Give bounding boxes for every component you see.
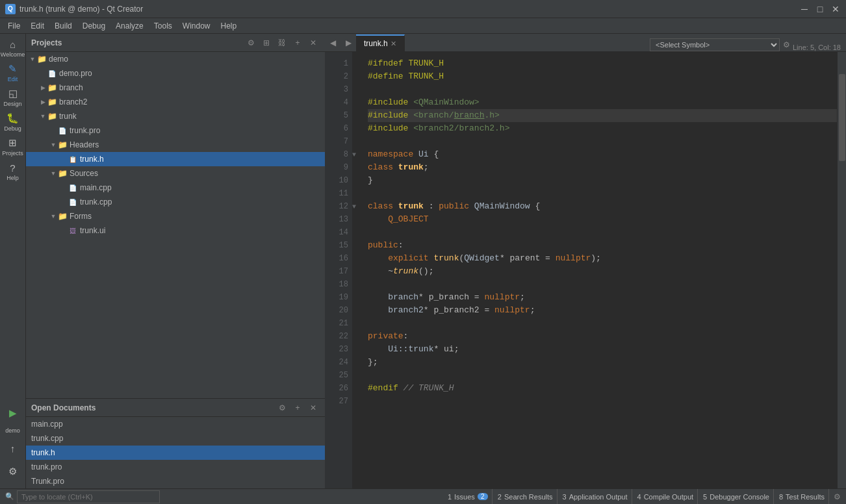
menu-tools[interactable]: Tools xyxy=(149,20,177,32)
token-9-1: class xyxy=(368,161,398,174)
projects-close-button[interactable]: ✕ xyxy=(307,36,320,49)
minimize-button[interactable]: ─ xyxy=(799,4,810,14)
tab-close-trunk-h[interactable]: ✕ xyxy=(391,40,396,48)
tree-item-sources[interactable]: ▼ 📁 Sources xyxy=(26,166,325,181)
code-line-13: Q_OBJECT xyxy=(368,213,837,226)
fold-14 xyxy=(352,226,363,239)
sidebar-design[interactable]: ◱ Design xyxy=(1,86,25,109)
token-23-2: trunk xyxy=(408,343,433,356)
sidebar-debug-label: Debug xyxy=(4,125,21,132)
tree-item-trunk-pro[interactable]: 📄 trunk.pro xyxy=(26,123,325,138)
open-doc-main-cpp[interactable]: main.cpp xyxy=(26,417,325,431)
token-12-5: QMainWindow xyxy=(474,200,530,213)
menu-analyze[interactable]: Analyze xyxy=(110,20,149,32)
ln-22: 22 xyxy=(325,330,348,343)
status-compile[interactable]: 4 Compile Output xyxy=(634,489,699,505)
menu-help[interactable]: Help xyxy=(216,20,242,32)
run-button[interactable]: ▶ xyxy=(1,401,25,425)
menu-file[interactable]: File xyxy=(3,20,25,32)
main-layout: ⌂ Welcome ✎ Edit ◱ Design 🐛 Debug ⊞ Proj… xyxy=(0,34,846,488)
tree-item-trunk-ui[interactable]: 🖼 trunk.ui xyxy=(26,223,325,238)
token-16-6: nullptr xyxy=(556,252,591,265)
editor-settings-btn[interactable]: ⚙ xyxy=(780,38,793,51)
tree-arrow-branch: ▶ xyxy=(39,84,47,92)
locator-input[interactable] xyxy=(17,490,160,503)
tree-item-headers[interactable]: ▼ 📁 Headers xyxy=(26,138,325,152)
symbol-selector[interactable]: <Select Symbol> xyxy=(650,38,780,51)
tree-item-demo-pro[interactable]: 📄 demo.pro xyxy=(26,66,325,81)
fold-8[interactable]: ▼ xyxy=(352,148,363,161)
maximize-button[interactable]: □ xyxy=(815,4,825,14)
projects-settings-button[interactable]: ⚙ xyxy=(244,36,257,49)
editor-scrollbar[interactable] xyxy=(837,52,846,488)
projects-link-button[interactable]: ⛓ xyxy=(276,36,288,49)
editor-tab-trunk-h[interactable]: trunk.h ✕ xyxy=(356,34,405,51)
fold-12[interactable]: ▼ xyxy=(352,200,363,213)
fold-22 xyxy=(352,330,363,343)
status-search-num: 2 xyxy=(498,493,502,501)
projects-filter-button[interactable]: ⊞ xyxy=(260,36,273,49)
deploy-button[interactable]: ↑ xyxy=(1,436,25,460)
projects-add-button[interactable]: + xyxy=(291,36,304,49)
token-19-1: branch xyxy=(388,291,418,304)
status-appoutput-label: Application Output xyxy=(569,493,628,501)
status-issues[interactable]: 1 Issues 2 xyxy=(444,489,493,505)
code-line-17: ~trunk(); xyxy=(368,265,837,278)
tree-item-trunk-cpp[interactable]: 📄 trunk.cpp xyxy=(26,195,325,209)
token-22-1: private xyxy=(368,330,404,343)
code-content[interactable]: #ifndef TRUNK_H #define TRUNK_H #include… xyxy=(363,52,837,488)
fold-1 xyxy=(352,57,363,70)
sidebar-welcome[interactable]: ⌂ Welcome xyxy=(1,36,25,60)
project-label: demo xyxy=(1,425,25,436)
tree-item-trunk[interactable]: ▼ 📁 trunk xyxy=(26,109,325,123)
menu-build[interactable]: Build xyxy=(49,20,77,32)
code-line-26: #endif // TRUNK_H xyxy=(368,382,837,395)
open-doc-trunk-pro[interactable]: trunk.pro xyxy=(26,460,325,474)
status-test[interactable]: 8 Test Results xyxy=(775,489,829,505)
tree-item-forms[interactable]: ▼ 📁 Forms xyxy=(26,209,325,223)
sidebar-edit[interactable]: ✎ Edit xyxy=(1,61,25,84)
menubar: File Edit Build Debug Analyze Tools Wind… xyxy=(0,18,846,34)
open-docs-add-btn[interactable]: + xyxy=(291,401,304,414)
editor-back-btn[interactable]: ◀ xyxy=(326,34,339,51)
ln-16: 16 xyxy=(325,252,348,265)
status-debugger-label: Debugger Console xyxy=(710,493,769,501)
tree-item-branch[interactable]: ▶ 📁 branch xyxy=(26,81,325,95)
scrollbar-thumb[interactable] xyxy=(839,74,845,161)
status-debugger-num: 5 xyxy=(703,493,707,501)
debug-icon: 🐛 xyxy=(7,112,19,124)
open-doc-Trunk-pro[interactable]: Trunk.pro xyxy=(26,474,325,488)
token-12-1: class xyxy=(368,200,398,213)
open-doc-trunk-cpp[interactable]: trunk.cpp xyxy=(26,431,325,446)
sidebar-debug[interactable]: 🐛 Debug xyxy=(1,110,25,134)
close-button[interactable]: ✕ xyxy=(830,4,841,14)
menu-debug[interactable]: Debug xyxy=(77,20,110,32)
statusbar-settings-btn[interactable]: ⚙ xyxy=(830,490,843,503)
fold-9 xyxy=(352,161,363,174)
ln-11: 11 xyxy=(325,187,348,200)
app-icon: Q xyxy=(5,4,16,14)
editor-forward-btn[interactable]: ▶ xyxy=(342,34,355,51)
tree-item-trunk-h[interactable]: 📋 trunk.h xyxy=(26,152,325,166)
status-search[interactable]: 2 Search Results xyxy=(494,489,558,505)
status-debugger[interactable]: 5 Debugger Console xyxy=(699,489,774,505)
open-docs-settings-btn[interactable]: ⚙ xyxy=(276,401,288,414)
tree-item-main-cpp[interactable]: 📄 main.cpp xyxy=(26,181,325,195)
tree-item-branch2[interactable]: ▶ 📁 branch2 xyxy=(26,95,325,109)
projects-panel-split: Projects ⚙ ⊞ ⛓ + ✕ ▼ 📁 demo 📄 demo.pro ▶ xyxy=(26,34,325,488)
tree-item-demo[interactable]: ▼ 📁 demo xyxy=(26,52,325,66)
menu-window[interactable]: Window xyxy=(177,20,216,32)
open-docs-close-btn[interactable]: ✕ xyxy=(307,401,320,414)
token-19-3: nullptr xyxy=(484,291,520,304)
edit-icon: ✎ xyxy=(7,63,19,75)
code-line-21 xyxy=(368,317,837,330)
sidebar-projects[interactable]: ⊞ Projects xyxy=(1,135,25,158)
sidebar-help[interactable]: ? Help xyxy=(1,160,25,183)
extra-button[interactable]: ⚙ xyxy=(1,460,25,483)
token-8-3: { xyxy=(433,148,439,161)
open-doc-trunk-h[interactable]: trunk.h xyxy=(26,446,325,460)
tree-arrow-branch2: ▶ xyxy=(39,98,47,106)
status-appoutput[interactable]: 3 Application Output xyxy=(559,489,632,505)
code-line-5: #include <branch/branch.h> xyxy=(368,109,837,122)
menu-edit[interactable]: Edit xyxy=(25,20,49,32)
